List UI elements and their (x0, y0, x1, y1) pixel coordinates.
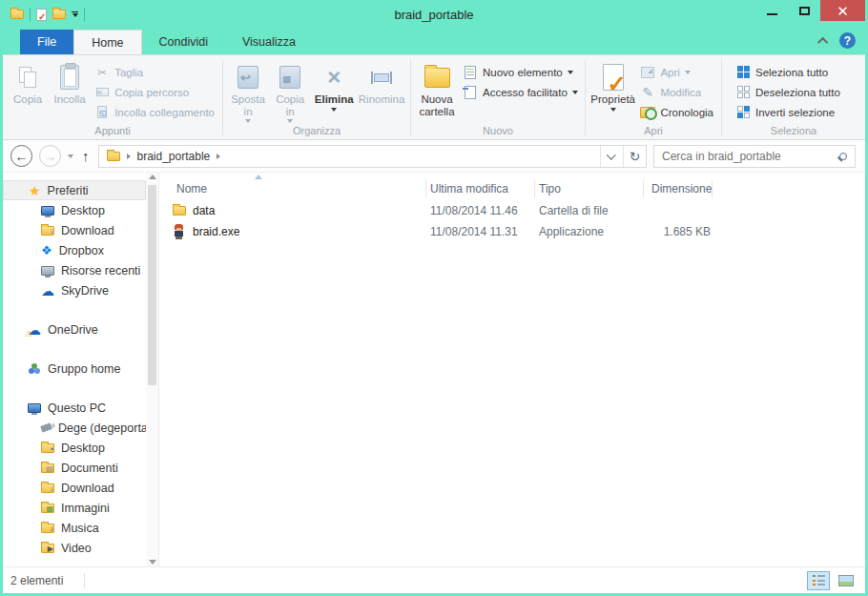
search-icon[interactable] (839, 153, 847, 160)
scrollbar-thumb[interactable] (148, 185, 156, 385)
tab-condividi[interactable]: Condividi (142, 30, 225, 54)
sidebar-item-onedrive[interactable]: ☁⚠OneDrive (3, 319, 146, 339)
copy-path-button[interactable]: w…Copia percorso (91, 82, 218, 102)
scroll-up-icon[interactable] (149, 175, 156, 179)
new-folder-qat-icon[interactable] (52, 10, 66, 19)
properties-button[interactable]: Proprietà (589, 58, 636, 125)
history-button[interactable]: Cronologia (636, 102, 717, 122)
header-ultima-modifica[interactable]: Ultima modifica (426, 180, 535, 197)
breadcrumb-arrow-icon[interactable] (217, 154, 220, 159)
tab-file[interactable]: File (20, 30, 73, 54)
close-button[interactable]: ✕ (820, 0, 865, 21)
desktop-folder-icon: ▪ (41, 443, 54, 453)
maximize-button[interactable] (788, 0, 820, 21)
invert-selection-button[interactable]: Inverti selezione (732, 102, 844, 122)
sidebar-item-immagini[interactable]: ▦Immagini (3, 498, 146, 518)
forward-button[interactable]: → (39, 145, 61, 167)
minimize-button[interactable] (755, 0, 788, 21)
address-bar[interactable]: braid_portable ↻ (98, 145, 648, 168)
titlebar: ✓ braid_portable ✕ (3, 0, 865, 29)
sidebar-item-dege[interactable]: Dege (degeportat (3, 418, 146, 438)
cut-button[interactable]: ✂Taglia (91, 62, 218, 82)
group-organizza: ↩ Sposta in ▤ Copia in × Elimina Rinomin… (223, 55, 410, 139)
window-title: braid_portable (3, 8, 865, 22)
easy-access-button[interactable]: Accesso facilitato (459, 82, 582, 102)
select-none-button[interactable]: Deseleziona tutto (732, 82, 844, 102)
tab-visualizza[interactable]: Visualizza (225, 30, 313, 54)
breadcrumb-arrow-icon[interactable] (127, 154, 131, 159)
properties-qat-icon[interactable]: ✓ (36, 9, 47, 21)
sidebar-item-video[interactable]: ▶Video (3, 538, 146, 558)
address-history-button[interactable] (600, 146, 623, 167)
back-button[interactable]: ← (10, 145, 32, 167)
copy-to-icon: ▤ (279, 66, 300, 89)
delete-x-icon: × (327, 66, 341, 89)
header-nome[interactable]: Nome (173, 180, 426, 197)
recent-locations-caret[interactable] (68, 154, 73, 158)
sidebar-item-risorse-recenti[interactable]: Risorse recenti (3, 260, 146, 280)
sidebar-item-documenti[interactable]: ▤Documenti (3, 458, 146, 478)
sidebar-item-dropbox[interactable]: ❖Dropbox (3, 240, 146, 260)
details-view-button[interactable] (807, 571, 830, 590)
file-row-data[interactable]: data 11/08/2014 11.46 Cartella di file (173, 200, 865, 220)
ribbon: Copia Incolla ✂Taglia w…Copia percorso ◱… (3, 54, 865, 140)
paste-shortcut-icon: ◱ (94, 105, 110, 120)
copy-button[interactable]: Copia (7, 58, 49, 125)
header-dimensione[interactable]: Dimensione (644, 180, 713, 197)
group-seleziona: Seleziona tutto Deseleziona tutto Invert… (722, 55, 865, 139)
cloud-icon: ☁ (41, 284, 54, 298)
group-label-apri: Apri (586, 125, 721, 139)
sidebar-item-gruppo-home[interactable]: Gruppo home (3, 359, 146, 379)
sidebar-item-questo-pc[interactable]: Questo PC (3, 398, 146, 418)
down-arrow-icon: ↓ (50, 485, 53, 493)
sidebar-item-preferiti[interactable]: ★Preferiti (3, 180, 146, 200)
sidebar-item-pc-desktop[interactable]: ▪Desktop (3, 438, 146, 458)
new-item-button[interactable]: Nuovo elemento (459, 62, 582, 82)
copy-path-icon: w… (94, 85, 110, 100)
copy-to-button[interactable]: ▤ Copia in (269, 58, 311, 125)
breadcrumb[interactable]: braid_portable (137, 150, 211, 163)
picture-overlay-icon: ▦ (46, 505, 53, 513)
monitor-icon (41, 206, 54, 216)
chevron-down-icon (245, 119, 251, 123)
sidebar-item-skydrive[interactable]: ☁SkyDrive (3, 280, 146, 300)
close-icon: ✕ (837, 4, 849, 18)
header-tipo[interactable]: Tipo (535, 180, 644, 197)
easy-access-icon (463, 85, 478, 100)
recent-places-icon (41, 266, 54, 276)
refresh-button[interactable]: ↻ (623, 146, 646, 167)
check-icon: ✓ (38, 12, 46, 22)
select-all-button[interactable]: Seleziona tutto (732, 62, 844, 82)
sidebar-scrollbar[interactable] (146, 173, 158, 566)
paste-button[interactable]: Incolla (49, 58, 91, 125)
sidebar-item-desktop[interactable]: Desktop (3, 200, 146, 220)
warning-icon: ⚠ (25, 330, 32, 339)
sidebar-item-download[interactable]: ↓Download (3, 220, 146, 240)
customize-qat-button[interactable] (72, 11, 78, 18)
rename-button[interactable]: Rinomina (357, 58, 406, 125)
up-button[interactable]: ↑ (82, 148, 90, 164)
group-label-appunti: Appunti (3, 125, 222, 139)
scroll-down-icon[interactable] (149, 560, 156, 565)
new-folder-button[interactable]: Nuova cartella (415, 58, 459, 125)
search-box[interactable]: Cerca in braid_portable (653, 145, 856, 168)
documents-folder-icon: ▤ (41, 463, 54, 473)
move-to-button[interactable]: ↩ Sposta in (227, 58, 269, 125)
open-button[interactable]: Apri (636, 62, 717, 82)
edit-pencil-icon: ✎ (640, 85, 655, 100)
edit-button[interactable]: ✎Modifica (636, 82, 717, 102)
tab-home[interactable]: Home (73, 30, 141, 54)
help-button[interactable]: ? (839, 32, 856, 49)
music-folder-icon: ♪ (41, 524, 54, 533)
sidebar-item-musica[interactable]: ♪Musica (3, 518, 146, 538)
sort-ascending-icon (255, 175, 262, 179)
file-row-braid-exe[interactable]: braid.exe 11/08/2014 11.31 Applicazione … (173, 221, 865, 241)
sidebar-item-pc-download[interactable]: ↓Download (3, 478, 146, 498)
explorer-icon[interactable] (10, 10, 24, 19)
chevron-down-icon (72, 13, 78, 17)
collapse-ribbon-icon[interactable] (817, 36, 828, 47)
delete-button[interactable]: × Elimina (311, 58, 357, 125)
thumbnail-view-button[interactable] (835, 571, 858, 590)
select-all-icon (735, 65, 751, 80)
paste-shortcut-button[interactable]: ◱Incolla collegamento (91, 102, 218, 122)
